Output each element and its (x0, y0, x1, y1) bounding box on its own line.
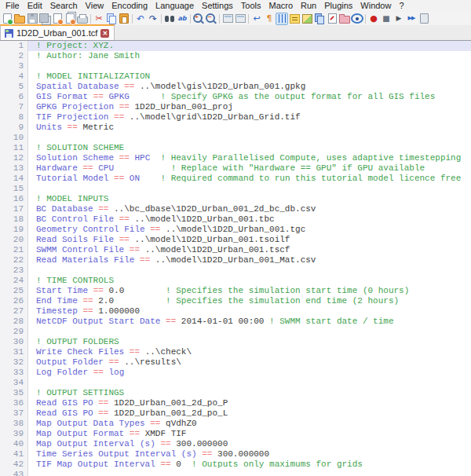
macro-play-button[interactable]: ▶ (392, 13, 405, 25)
sync-vertical-button[interactable] (221, 13, 234, 25)
menu-item-tools[interactable]: Tools (237, 0, 265, 12)
menu-item-view[interactable]: View (82, 0, 108, 12)
menu-item-search[interactable]: Search (46, 0, 82, 12)
close-all-button[interactable] (64, 13, 76, 25)
code-line[interactable]: 30! OUTPUT FOLDERS (0, 337, 471, 347)
code-line[interactable]: 14Tutorial Model == ON ! Required comman… (0, 174, 471, 184)
code-line[interactable]: 17BC Database == ..\bc_dbase\1D2D_Urban_… (0, 204, 471, 214)
code-line[interactable]: 18BC Control File == ..\model\1D2D_Urban… (0, 214, 471, 225)
code-line[interactable]: 12Solution Scheme == HPC ! Heavily Paral… (0, 153, 471, 163)
code-line[interactable]: 8TIF Projection == ..\model\grid\1D2D_Ur… (0, 112, 471, 123)
menu-item-edit[interactable]: Edit (24, 0, 46, 12)
code-line[interactable]: 16! MODEL INPUTS (0, 194, 471, 204)
code-line[interactable]: 43 (0, 470, 471, 476)
menu-item-[interactable]: ? (395, 0, 407, 12)
code-line[interactable]: 5Spatial Database == ..\model\gis\1D2D_U… (0, 82, 471, 92)
menu-item-settings[interactable]: Settings (198, 0, 237, 12)
document-map-button[interactable] (301, 13, 313, 25)
code-line[interactable]: 42TIF Map Output Interval == 0 ! Outputs… (0, 460, 471, 470)
menu-item-macro[interactable]: Macro (265, 0, 297, 12)
indent-guide-button[interactable] (276, 13, 288, 25)
line-number: 18 (0, 214, 28, 225)
show-all-characters-button[interactable]: ¶ (263, 13, 276, 25)
code-line[interactable]: 10 (0, 133, 471, 143)
cut-button[interactable]: ✂ (93, 13, 105, 25)
menu-item-plugins[interactable]: Plugins (320, 0, 356, 12)
macro-stop-button[interactable]: ■ (380, 13, 392, 25)
paste-button[interactable] (118, 13, 130, 25)
code-line[interactable]: 33Log Folder == log (0, 368, 471, 378)
code-line[interactable]: 19Geometry Control File == ..\model\1D2D… (0, 225, 471, 235)
view-eye-button[interactable] (351, 13, 363, 25)
close-button[interactable] (51, 13, 64, 25)
code-line[interactable]: 7GPKG Projection == 1D2D_Urban_001_proj (0, 102, 471, 112)
undo-button[interactable]: ↶ (134, 13, 147, 25)
line-number: 16 (0, 194, 28, 204)
monitoring-button[interactable] (326, 13, 338, 25)
code-line[interactable]: 40Map Output Interval (s) == 300.000000 (0, 439, 471, 449)
code-line[interactable]: 35! OUTPUT SETTINGS (0, 388, 471, 398)
tab-close-icon[interactable]: ✕ (100, 29, 109, 38)
save-all-button[interactable] (38, 13, 51, 25)
zoom-in-button[interactable] (192, 13, 205, 25)
document-list-button[interactable] (313, 13, 326, 25)
folder-as-workspace-button[interactable] (338, 13, 351, 25)
replace-button[interactable]: ab (176, 13, 188, 25)
text-editor[interactable]: 1! Project: XYZ.2! Author: Jane Smith34!… (0, 41, 471, 476)
code-line[interactable]: 3 (0, 61, 471, 71)
line-number: 31 (0, 347, 28, 357)
macro-save-button[interactable] (418, 13, 430, 25)
code-line[interactable]: 25Start Time == 0.0 ! Specifies the simu… (0, 286, 471, 296)
macro-record-button[interactable]: ● (367, 13, 380, 25)
menu-item-file[interactable]: File (2, 0, 24, 12)
open-file-button[interactable] (13, 13, 26, 25)
code-line[interactable]: 34 (0, 378, 471, 388)
sync-horizontal-button[interactable] (234, 13, 246, 25)
code-line[interactable]: 41Time Series Output Interval (s) == 300… (0, 449, 471, 460)
code-line[interactable]: 28NetCDF Output Start Date == 2014-01-01… (0, 317, 471, 327)
code-line[interactable]: 36Read GIS PO == 1D2D_Urban_001_2d_po_P (0, 398, 471, 408)
code-line[interactable]: 38Map Output Data Types == qVdhZ0 (0, 419, 471, 429)
code-line[interactable]: 22Read Materials File == ..\model\1D2D_U… (0, 255, 471, 265)
code-line[interactable]: 1! Project: XYZ. (0, 41, 471, 51)
code-line[interactable]: 24! TIME CONTROLS (0, 276, 471, 286)
code-line[interactable]: 11! SOLUTION SCHEME (0, 143, 471, 153)
code-line[interactable]: 31Write Check Files == ..\check\ (0, 347, 471, 357)
code-line[interactable]: 39Map Output Format == XMDF TIF (0, 429, 471, 439)
code-line[interactable]: 4! MODEL INITIALIZATION (0, 71, 471, 82)
code-line[interactable]: 26End Time == 2.0 ! Specifies the simula… (0, 296, 471, 306)
find-button[interactable] (163, 13, 176, 25)
print-button[interactable] (76, 13, 89, 25)
line-number: 30 (0, 337, 28, 347)
code-line[interactable]: 32Output Folder == ..\results\ (0, 357, 471, 368)
line-number: 14 (0, 174, 28, 184)
tab-1d2d-urban-001-tcf[interactable]: 1D2D_Urban_001.tcf ✕ (0, 24, 115, 40)
word-wrap-button[interactable]: ↩ (250, 13, 263, 25)
new-file-button[interactable] (1, 13, 13, 25)
code-line[interactable]: 23 (0, 265, 471, 276)
code-text: Geometry Control File == ..\model\1D2D_U… (28, 225, 471, 235)
code-line[interactable]: 21SWMM Control File == ..\model\1D2D_Urb… (0, 245, 471, 255)
menu-bar: FileEditSearchViewEncodingLanguageSettin… (0, 0, 471, 12)
copy-button[interactable] (105, 13, 118, 25)
menu-item-encoding[interactable]: Encoding (108, 0, 152, 12)
macro-run-multiple-button[interactable]: ▶▶ (405, 13, 418, 25)
code-line[interactable]: 27Timestep == 1.000000 (0, 306, 471, 317)
save-button[interactable] (26, 13, 38, 25)
code-line[interactable]: 2! Author: Jane Smith (0, 51, 471, 61)
tab-bar: 1D2D_Urban_001.tcf ✕ (0, 25, 471, 41)
code-line[interactable]: 37Read GIS PO == 1D2D_Urban_001_2d_po_L (0, 408, 471, 419)
redo-button[interactable]: ↷ (147, 13, 159, 25)
code-line[interactable]: 6GIS Format == GPKG ! Specify GPKG as th… (0, 92, 471, 102)
menu-item-window[interactable]: Window (356, 0, 395, 12)
code-line[interactable]: 15 (0, 184, 471, 194)
function-list-button[interactable] (288, 13, 301, 25)
menu-item-run[interactable]: Run (297, 0, 320, 12)
zoom-out-button[interactable] (205, 13, 217, 25)
code-line[interactable]: 9Units == Metric (0, 123, 471, 133)
code-line[interactable]: 20Read Soils File == ..\model\1D2D_Urban… (0, 235, 471, 245)
code-line[interactable]: 29 (0, 327, 471, 337)
code-line[interactable]: 13Hardware == CPU ! Replace with "Hardwa… (0, 163, 471, 174)
line-number: 2 (0, 51, 28, 61)
menu-item-language[interactable]: Language (152, 0, 198, 12)
